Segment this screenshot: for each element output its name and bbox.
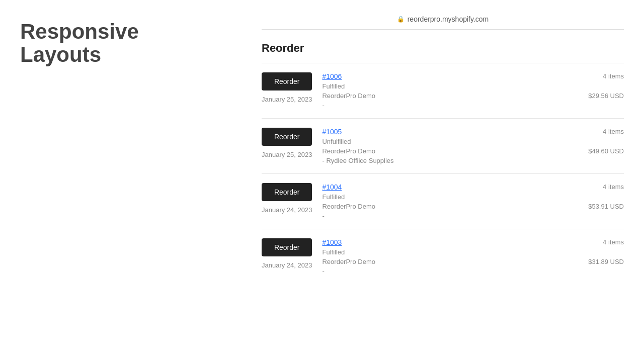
order-date: January 24, 2023 xyxy=(262,206,312,214)
order-amount: $31.89 USD xyxy=(588,258,624,265)
order-customer-suffix: - xyxy=(322,102,624,109)
order-status: Unfulfilled xyxy=(322,138,624,145)
order-details: #1004 4 items Fulfilled ReorderPro Demo … xyxy=(322,183,624,220)
order-top-row: #1004 4 items xyxy=(322,183,624,191)
browser-url-bar: 🔒 reorderpro.myshopify.com xyxy=(397,15,489,23)
order-number-link[interactable]: #1005 xyxy=(322,128,342,136)
order-customer-amount-row: ReorderPro Demo $31.89 USD xyxy=(322,258,624,265)
order-customer: ReorderPro Demo xyxy=(322,147,375,155)
order-customer-suffix: - xyxy=(322,267,624,275)
order-customer-suffix: - xyxy=(322,212,624,220)
section-title: Reorder xyxy=(262,42,624,55)
order-item: Reorder January 25, 2023 #1005 4 items U… xyxy=(262,118,624,173)
order-number-link[interactable]: #1004 xyxy=(322,183,342,191)
order-items-count: 4 items xyxy=(603,128,624,135)
order-customer-amount-row: ReorderPro Demo $53.91 USD xyxy=(322,203,624,210)
order-customer: ReorderPro Demo xyxy=(322,258,375,265)
order-amount: $49.60 USD xyxy=(588,147,624,155)
order-customer: ReorderPro Demo xyxy=(322,203,375,210)
order-customer: ReorderPro Demo xyxy=(322,92,375,100)
order-item: Reorder January 25, 2023 #1006 4 items F… xyxy=(262,63,624,118)
reorder-button[interactable]: Reorder xyxy=(262,238,312,256)
order-details: #1003 4 items Fulfilled ReorderPro Demo … xyxy=(322,238,624,275)
order-items-count: 4 items xyxy=(603,238,624,246)
order-top-row: #1003 4 items xyxy=(322,238,624,246)
order-top-row: #1005 4 items xyxy=(322,128,624,136)
right-panel: 🔒 reorderpro.myshopify.com Reorder Reord… xyxy=(242,0,644,362)
button-date-wrapper: Reorder January 24, 2023 xyxy=(262,238,312,269)
order-date: January 24, 2023 xyxy=(262,261,312,269)
order-customer-suffix: - Rydlee Offiice Supplies xyxy=(322,157,624,164)
order-date: January 25, 2023 xyxy=(262,151,312,158)
reorder-button[interactable]: Reorder xyxy=(262,72,312,90)
order-date: January 25, 2023 xyxy=(262,96,312,103)
order-details: #1006 4 items Fulfilled ReorderPro Demo … xyxy=(322,72,624,109)
order-status: Fulfilled xyxy=(322,193,624,201)
button-date-wrapper: Reorder January 24, 2023 xyxy=(262,183,312,214)
browser-bar: 🔒 reorderpro.myshopify.com xyxy=(262,15,624,30)
order-customer-amount-row: ReorderPro Demo $49.60 USD xyxy=(322,147,624,155)
left-panel: Responsive Layouts xyxy=(0,0,242,362)
reorder-button[interactable]: Reorder xyxy=(262,183,312,201)
button-date-wrapper: Reorder January 25, 2023 xyxy=(262,128,312,158)
order-amount: $53.91 USD xyxy=(588,203,624,210)
order-item: Reorder January 24, 2023 #1003 4 items F… xyxy=(262,229,624,284)
order-details: #1005 4 items Unfulfilled ReorderPro Dem… xyxy=(322,128,624,164)
page-title: Responsive Layouts xyxy=(20,20,221,66)
order-list: Reorder January 25, 2023 #1006 4 items F… xyxy=(262,63,624,284)
order-number-link[interactable]: #1003 xyxy=(322,238,342,246)
url-text: reorderpro.myshopify.com xyxy=(408,15,489,23)
order-customer-amount-row: ReorderPro Demo $29.56 USD xyxy=(322,92,624,100)
order-status: Fulfilled xyxy=(322,82,624,90)
order-items-count: 4 items xyxy=(603,72,624,80)
order-status: Fulfilled xyxy=(322,248,624,256)
order-item: Reorder January 24, 2023 #1004 4 items F… xyxy=(262,173,624,229)
order-number-link[interactable]: #1006 xyxy=(322,72,342,80)
button-date-wrapper: Reorder January 25, 2023 xyxy=(262,72,312,103)
order-items-count: 4 items xyxy=(603,183,624,191)
order-amount: $29.56 USD xyxy=(588,92,624,100)
order-top-row: #1006 4 items xyxy=(322,72,624,80)
lock-icon: 🔒 xyxy=(397,16,405,23)
reorder-button[interactable]: Reorder xyxy=(262,128,312,146)
